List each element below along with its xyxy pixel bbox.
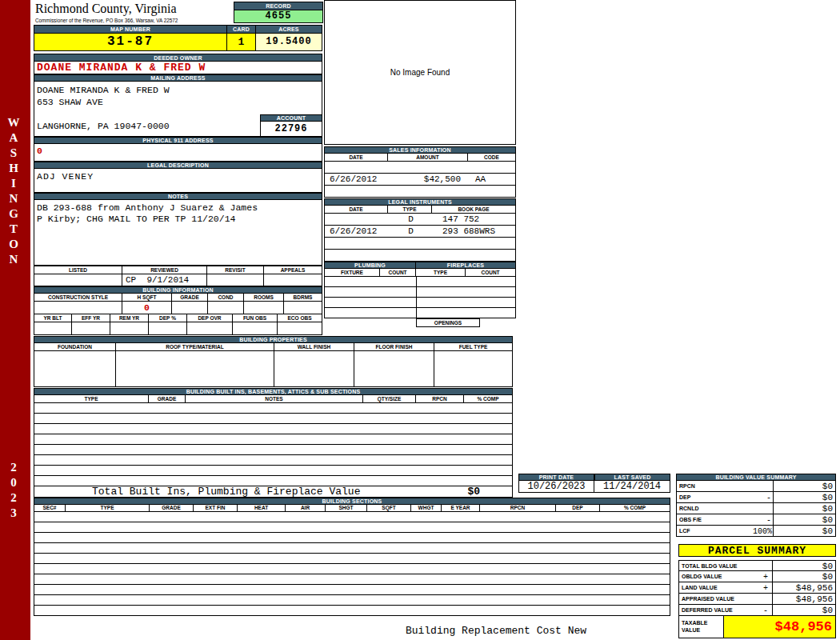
sale-date <box>325 186 389 197</box>
foundation-value <box>34 351 116 387</box>
notes-line-1: DB 293-688 from Anthony J Suarez & James <box>37 202 322 214</box>
card-label: CARD <box>227 25 256 34</box>
grade-header: GRADE <box>172 294 208 302</box>
fuel-type-header: FUEL TYPE <box>434 343 513 351</box>
print-date-value: 10/26/2023 <box>518 481 594 493</box>
sec-whgt-header: WHGT <box>411 505 442 512</box>
map-number-value: 31-87 <box>34 34 227 51</box>
building-value-summary-section: BUILDING VALUE SUMMARY RPCN $0 DEP - $0 … <box>676 474 836 537</box>
parcel-operator <box>759 594 772 604</box>
sec-num-header: SEC# <box>34 505 66 512</box>
sale-amount <box>389 186 469 197</box>
card-value: 1 <box>227 34 256 51</box>
building-sections-empty-row <box>34 595 670 606</box>
sec-type-header: TYPE <box>66 505 150 512</box>
sales-information-section: SALES INFORMATION DATE AMOUNT CODE 6/26/… <box>324 146 516 198</box>
print-saved-block: PRINT DATE 10/26/2023 LAST SAVED 11/24/2… <box>518 474 670 493</box>
sec-rpcn-header: RPCN <box>480 505 556 512</box>
plumbing-fireplaces-section: PLUMBING FIREPLACES FIXTURE COUNT TYPE C… <box>324 262 516 327</box>
foundation-header: FOUNDATION <box>34 343 116 351</box>
sales-row <box>324 186 516 198</box>
plumbing-fireplace-row <box>324 287 516 298</box>
floor-finish-header: FLOOR FINISH <box>354 343 434 351</box>
instrument-book-page: 147 752 <box>433 214 515 225</box>
deeded-owner-block: DEEDED OWNER DOANE MIRANDA K & FRED W <box>34 54 322 74</box>
plumbing-label: PLUMBING <box>324 262 416 269</box>
notes-block: NOTES DB 293-688 from Anthony J Suarez &… <box>34 193 322 266</box>
deeded-owner-label: DEEDED OWNER <box>34 54 322 62</box>
built-ins-total-value: $0 <box>467 486 480 497</box>
physical-address-label: PHYSICAL 911 ADDRESS <box>34 137 322 144</box>
eff-yr-header: EFF YR <box>72 314 110 322</box>
instrument-row <box>324 238 516 250</box>
h-sqft-header: H SQFT <box>122 294 172 302</box>
map-number-label: MAP NUMBER <box>34 25 227 34</box>
mailing-line-2: 653 SHAW AVE <box>37 96 322 108</box>
fixture-count-header: COUNT <box>380 269 416 277</box>
dep-pct-value <box>149 322 187 335</box>
construction-style-value <box>34 302 122 314</box>
parcel-operator: + <box>759 571 772 582</box>
parcel-value: $0 <box>772 605 835 615</box>
instrument-date-header: DATE <box>324 206 388 214</box>
bvs-label: RCNLD <box>677 503 753 514</box>
record-block: RECORD 4655 <box>234 2 323 23</box>
building-sections-empty-row <box>34 554 670 564</box>
parcel-row-total-bldg: TOTAL BLDG VALUE $0 <box>678 560 836 571</box>
built-ins-section: BUILDING BUILT INS, BASEMENTS, ATTICS & … <box>34 388 513 498</box>
built-ins-rpcn-header: RPCN <box>416 395 464 403</box>
parcel-row-taxable: TAXABLE VALUE $48,956 <box>678 616 836 638</box>
built-ins-empty-row <box>34 414 513 424</box>
eco-obs-header: ECO OBS <box>278 314 322 322</box>
parcel-operator <box>759 561 772 570</box>
parcel-label: DEFERRED VALUE <box>679 605 759 615</box>
openings-label: OPENINGS <box>416 318 480 327</box>
built-ins-qty-header: QTY/SIZE <box>363 395 416 403</box>
sec-comp-header: % COMP <box>600 505 670 512</box>
sales-code-header: CODE <box>468 154 516 162</box>
rem-yr-header: REM YR <box>110 314 149 322</box>
bvs-operator: - <box>753 514 773 525</box>
footer-note: Building Replacement Cost New <box>360 625 632 637</box>
taxable-value-label: TAXABLE VALUE <box>679 616 723 638</box>
instrument-book-page <box>433 250 515 261</box>
instrument-date <box>325 214 389 225</box>
parcel-label: TOTAL BLDG VALUE <box>679 561 759 570</box>
sec-heat-header: HEAT <box>238 505 286 512</box>
instrument-type-header: TYPE <box>388 206 432 214</box>
floor-finish-value <box>354 351 434 387</box>
sec-dep-header: DEP <box>556 505 600 512</box>
bvs-operator <box>753 481 773 491</box>
building-sections-empty-row <box>34 606 670 616</box>
legal-instruments-label: LEGAL INSTRUMENTS <box>324 198 516 206</box>
instrument-date <box>325 238 389 249</box>
bvs-operator: - <box>753 492 773 502</box>
sec-shgt-header: SHGT <box>326 505 367 512</box>
sale-amount: $42,500 <box>389 174 469 185</box>
building-sections-label: BUILDING SECTIONS <box>34 498 670 505</box>
building-sections-empty-row <box>34 512 670 522</box>
account-label: ACCOUNT <box>260 114 322 122</box>
built-ins-total-label: Total Built Ins, Plumbing & Fireplace Va… <box>92 486 360 497</box>
dep-ovr-header: DEP OVR <box>187 314 233 322</box>
instrument-row: D 147 752 <box>324 214 516 226</box>
parcel-operator: + <box>759 582 772 593</box>
yr-blt-header: YR BLT <box>34 314 72 322</box>
mailing-line-1: DOANE MIRANDA K & FRED W <box>37 84 322 96</box>
appeals-header: APPEALS <box>264 266 322 274</box>
roof-type-value <box>116 351 274 387</box>
parcel-summary-section: PARCEL SUMMARY TOTAL BLDG VALUE $0 OBLDG… <box>678 544 836 638</box>
appeals-value <box>264 274 322 286</box>
bvs-label: OBS F/E <box>677 514 753 525</box>
parcel-value: $0 <box>772 561 835 570</box>
parcel-label: APPRAISED VALUE <box>679 594 759 604</box>
cond-header: COND <box>208 294 244 302</box>
property-record-card: WASHINGTON 2023 Richmond County, Virgini… <box>0 0 840 640</box>
cond-value <box>208 302 244 314</box>
instrument-row <box>324 250 516 262</box>
parcel-label: LAND VALUE <box>679 582 759 593</box>
bvs-value: $0 <box>773 514 835 525</box>
building-sections-section: BUILDING SECTIONS SEC# TYPE GRADE EXT FI… <box>34 498 670 616</box>
account-block: ACCOUNT 22796 <box>260 114 322 137</box>
parcel-value: $48,956 <box>772 582 835 593</box>
